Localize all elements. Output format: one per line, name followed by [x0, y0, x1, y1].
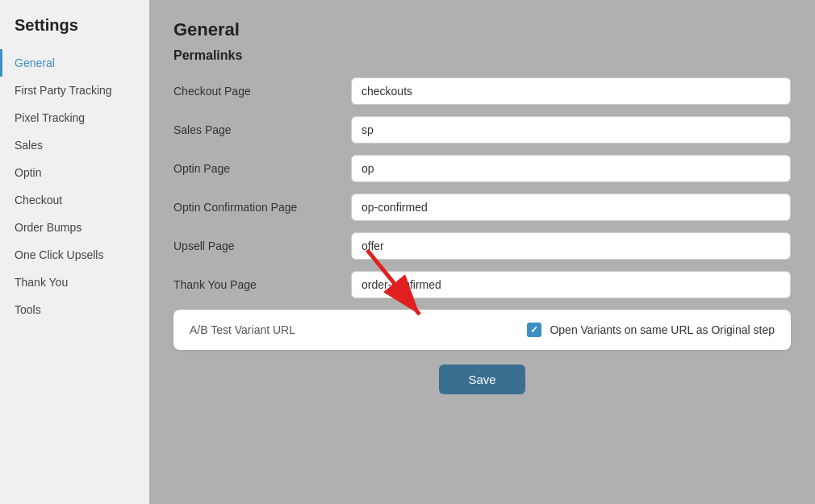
ab-test-option-label: Open Variants on same URL as Original st… [550, 323, 775, 336]
sidebar: Settings General First Party Tracking Pi… [0, 0, 149, 504]
sidebar-item-optin[interactable]: Optin [0, 159, 149, 186]
optin-confirmation-row: Optin Confirmation Page [173, 194, 791, 221]
checkout-page-label: Checkout Page [173, 85, 351, 98]
optin-page-row: Optin Page [173, 155, 791, 182]
section-title: Permalinks [173, 48, 791, 63]
sidebar-item-one-click-upsells[interactable]: One Click Upsells [0, 241, 149, 269]
sales-page-row: Sales Page [173, 116, 791, 144]
thank-you-page-row: Thank You Page [173, 271, 791, 298]
optin-page-input[interactable] [351, 155, 791, 182]
sales-page-label: Sales Page [173, 123, 351, 136]
sales-page-input[interactable] [351, 116, 791, 144]
optin-confirmation-input[interactable] [351, 194, 791, 221]
sidebar-item-sales[interactable]: Sales [0, 131, 149, 159]
sidebar-item-tools[interactable]: Tools [0, 296, 149, 323]
thank-you-page-label: Thank You Page [173, 278, 351, 291]
sidebar-item-thank-you[interactable]: Thank You [0, 269, 149, 296]
upsell-page-input[interactable] [351, 232, 791, 260]
sidebar-item-pixel-tracking[interactable]: Pixel Tracking [0, 104, 149, 131]
optin-confirmation-label: Optin Confirmation Page [173, 201, 351, 214]
main-content: General Permalinks Checkout Page Sales P… [149, 0, 815, 504]
save-button-container: Save [173, 364, 791, 394]
ab-test-label: A/B Test Variant URL [190, 323, 295, 336]
sidebar-item-general[interactable]: General [0, 49, 149, 77]
ab-test-card: A/B Test Variant URL Open Variants on sa… [173, 310, 791, 350]
sidebar-item-checkout[interactable]: Checkout [0, 186, 149, 214]
page-title: General [173, 19, 791, 40]
checkout-page-input[interactable] [351, 77, 791, 105]
thank-you-page-input[interactable] [351, 271, 791, 298]
sidebar-item-first-party-tracking[interactable]: First Party Tracking [0, 77, 149, 104]
checkout-page-row: Checkout Page [173, 77, 791, 105]
ab-test-right: Open Variants on same URL as Original st… [527, 323, 775, 337]
optin-page-label: Optin Page [173, 162, 351, 175]
upsell-page-row: Upsell Page [173, 232, 791, 260]
upsell-page-label: Upsell Page [173, 240, 351, 252]
sidebar-item-order-bumps[interactable]: Order Bumps [0, 214, 149, 241]
sidebar-title: Settings [0, 16, 149, 49]
save-button[interactable]: Save [439, 364, 525, 394]
ab-test-checkbox[interactable] [527, 323, 541, 337]
